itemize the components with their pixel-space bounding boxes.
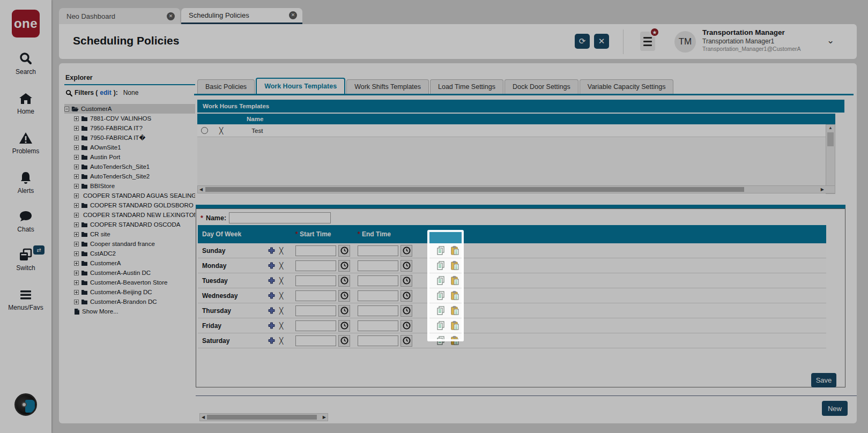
- add-row-button[interactable]: [268, 292, 275, 299]
- sidebar-item-chats[interactable]: Chats: [0, 209, 51, 233]
- tab-dock-door-settings[interactable]: Dock Door Settings: [505, 79, 578, 94]
- assistant-avatar[interactable]: [14, 393, 37, 416]
- tree-node[interactable]: BBIStore: [64, 181, 195, 191]
- delete-row-icon[interactable]: ╳: [279, 292, 283, 300]
- tab-load-time-settings[interactable]: Load Time Settings: [430, 79, 503, 94]
- scroll-right-icon[interactable]: ▶: [323, 414, 326, 421]
- paste-icon[interactable]: [450, 291, 459, 300]
- start-time-clock-button[interactable]: [338, 275, 350, 287]
- paste-icon[interactable]: [450, 321, 459, 330]
- table-horizontal-scrollbar[interactable]: ◀ ▶: [197, 185, 835, 193]
- end-time-input[interactable]: [358, 320, 398, 331]
- start-time-clock-button[interactable]: [338, 260, 350, 272]
- copy-icon[interactable]: [436, 261, 446, 270]
- new-button[interactable]: New: [822, 401, 848, 416]
- user-avatar[interactable]: TM: [674, 31, 696, 53]
- filters-edit-link[interactable]: edit: [100, 89, 111, 96]
- add-row-button[interactable]: [268, 262, 275, 269]
- expand-icon[interactable]: [74, 136, 79, 140]
- tree-node[interactable]: AOwnSite1: [64, 143, 195, 152]
- close-tab-icon[interactable]: ✕: [167, 12, 175, 20]
- start-time-clock-button[interactable]: [338, 335, 350, 347]
- expand-icon[interactable]: [74, 193, 79, 198]
- expand-icon[interactable]: [74, 165, 79, 169]
- add-row-button[interactable]: [268, 277, 275, 284]
- scroll-up-icon[interactable]: ▲: [826, 125, 835, 130]
- sidebar-item-problems[interactable]: Problems: [0, 131, 51, 155]
- tree-node[interactable]: CustomerA: [64, 258, 195, 268]
- table-row[interactable]: ╳ Test: [197, 124, 826, 137]
- expand-icon[interactable]: [74, 290, 79, 295]
- tree-node-root[interactable]: CustomerA: [64, 104, 195, 114]
- close-page-button[interactable]: ✕: [594, 34, 609, 49]
- start-time-input[interactable]: [295, 305, 336, 316]
- start-time-input[interactable]: [295, 335, 336, 346]
- start-time-clock-button[interactable]: [338, 320, 350, 332]
- end-time-clock-button[interactable]: [400, 320, 412, 332]
- expand-icon[interactable]: [74, 261, 79, 266]
- copy-icon[interactable]: [436, 306, 446, 315]
- end-time-clock-button[interactable]: [400, 290, 412, 302]
- tree-node[interactable]: AutoTenderSch_Site1: [64, 162, 195, 171]
- sidebar-item-switch[interactable]: ⇄ Switch: [0, 248, 51, 272]
- collapse-icon[interactable]: [64, 107, 69, 111]
- tree-node[interactable]: CustomerA-Beaverton Store: [64, 278, 195, 287]
- end-time-input[interactable]: [358, 275, 398, 286]
- expand-icon[interactable]: [74, 126, 79, 131]
- scrollbar-thumb[interactable]: [205, 187, 744, 192]
- scrollbar-thumb[interactable]: [207, 415, 317, 420]
- tree-node[interactable]: COOPER STANDARD OSCODA: [64, 220, 195, 229]
- sidebar-item-search[interactable]: Search: [0, 51, 51, 76]
- copy-icon[interactable]: [436, 336, 446, 345]
- add-row-button[interactable]: [268, 247, 275, 254]
- copy-icon[interactable]: [436, 291, 446, 300]
- start-time-input[interactable]: [295, 320, 336, 331]
- end-time-clock-button[interactable]: [400, 245, 412, 257]
- start-time-clock-button[interactable]: [338, 290, 350, 302]
- add-row-button[interactable]: [268, 307, 275, 314]
- delete-row-icon[interactable]: ╳: [279, 307, 283, 315]
- copy-icon[interactable]: [436, 321, 446, 330]
- scrollbar-thumb[interactable]: [827, 132, 834, 146]
- tree-node[interactable]: Austin Port: [64, 152, 195, 162]
- expand-icon[interactable]: [74, 232, 79, 237]
- expand-icon[interactable]: [74, 184, 79, 189]
- expand-icon[interactable]: [74, 300, 79, 304]
- tree-node[interactable]: 7950-FABRICA IT�: [64, 133, 195, 143]
- expand-icon[interactable]: [74, 280, 79, 285]
- switch-swap-badge[interactable]: ⇄: [33, 245, 44, 255]
- expand-icon[interactable]: [74, 203, 79, 208]
- scroll-left-icon[interactable]: ◀: [202, 414, 205, 421]
- delete-row-icon[interactable]: ╳: [279, 322, 283, 330]
- end-time-clock-button[interactable]: [400, 260, 412, 272]
- tree-node[interactable]: CustomerA-Brandon DC: [64, 297, 195, 307]
- start-time-clock-button[interactable]: [338, 245, 350, 257]
- tree-node[interactable]: CustomerA-Beijing DC: [64, 287, 195, 297]
- end-time-input[interactable]: [358, 290, 398, 301]
- expand-icon[interactable]: [74, 213, 79, 218]
- one-logo[interactable]: one: [12, 10, 40, 38]
- end-time-input[interactable]: [358, 305, 398, 316]
- tab-work-hours-templates[interactable]: Work Hours Templates: [256, 78, 345, 94]
- expand-icon[interactable]: [74, 271, 79, 275]
- start-time-input[interactable]: [295, 290, 336, 301]
- start-time-input[interactable]: [295, 275, 336, 286]
- tree-node[interactable]: CustomerA-Austin DC: [64, 268, 195, 278]
- delete-row-icon[interactable]: ╳: [279, 262, 283, 270]
- end-time-clock-button[interactable]: [400, 305, 412, 317]
- paste-icon[interactable]: [450, 336, 459, 345]
- end-time-input[interactable]: [358, 335, 398, 346]
- tree-node[interactable]: CstADC2: [64, 249, 195, 258]
- end-time-clock-button[interactable]: [400, 275, 412, 287]
- paste-icon[interactable]: [450, 276, 459, 285]
- tree-show-more[interactable]: Show More...: [64, 307, 195, 316]
- expand-icon[interactable]: [74, 155, 79, 160]
- paste-icon[interactable]: [450, 306, 459, 315]
- tree-node[interactable]: COOPER STANDARD AGUAS SEALING (3: [64, 191, 195, 200]
- close-tab-icon[interactable]: ✕: [289, 11, 297, 19]
- end-time-input[interactable]: [358, 245, 398, 256]
- workspace-tab-scheduling-policies[interactable]: Scheduling Policies ✕: [181, 8, 302, 24]
- tree-node[interactable]: COOPER STANDARD NEW LEXINGTON: [64, 210, 195, 220]
- start-time-clock-button[interactable]: [338, 305, 350, 317]
- tab-basic-policies[interactable]: Basic Policies: [197, 79, 255, 94]
